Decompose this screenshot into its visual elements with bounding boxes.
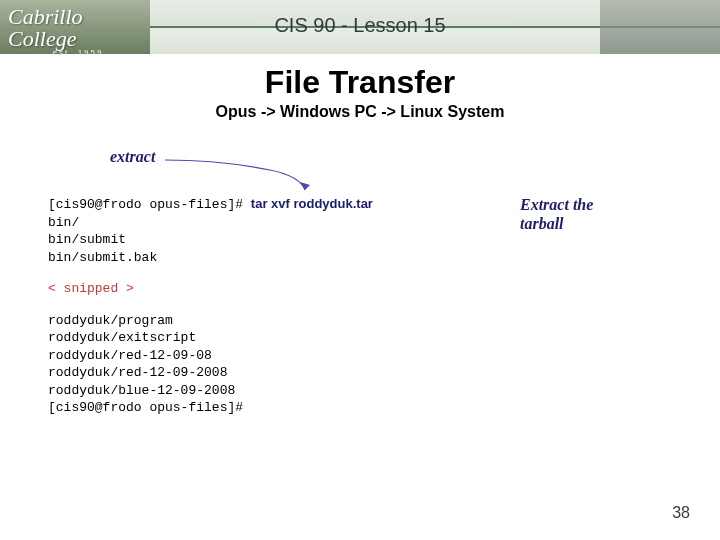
prompt: [cis90@frodo opus-files]# [48, 399, 373, 417]
annotation-line: Extract the [520, 195, 593, 214]
page-title: File Transfer [0, 64, 720, 101]
page-subtitle: Opus -> Windows PC -> Linux System [0, 103, 720, 121]
snipped-marker: < snipped > [48, 280, 373, 298]
output-line: roddyduk/red-12-09-2008 [48, 364, 373, 382]
output-line: bin/submit.bak [48, 249, 373, 267]
annotation-line: tarball [520, 214, 593, 233]
prompt: [cis90@frodo opus-files]# [48, 197, 251, 212]
page-number: 38 [672, 504, 690, 522]
annotation: Extract the tarball [520, 195, 593, 233]
output-line: bin/ [48, 214, 373, 232]
output-line: roddyduk/blue-12-09-2008 [48, 382, 373, 400]
terminal-line: [cis90@frodo opus-files]# tar xvf roddyd… [48, 195, 373, 214]
output-line: roddyduk/program [48, 312, 373, 330]
output-line: roddyduk/red-12-09-08 [48, 347, 373, 365]
header-band: Cabrillo College est. 1959 CIS 90 - Less… [0, 0, 720, 54]
extract-label: extract [110, 148, 155, 166]
output-line: bin/submit [48, 231, 373, 249]
lesson-title: CIS 90 - Lesson 15 [0, 14, 720, 37]
output-line: roddyduk/exitscript [48, 329, 373, 347]
terminal-block: [cis90@frodo opus-files]# tar xvf roddyd… [48, 195, 373, 417]
tar-command: tar xvf roddyduk.tar [251, 196, 373, 211]
